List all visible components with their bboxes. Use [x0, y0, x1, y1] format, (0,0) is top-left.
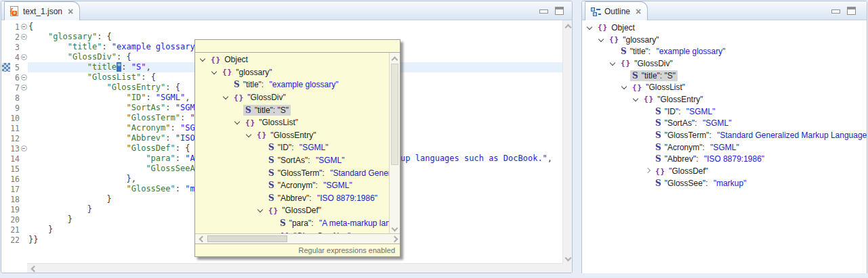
tree-row[interactable]: {}"GlossList" — [195, 116, 389, 129]
tree-node-content[interactable]: {}"GlossDef" — [266, 205, 323, 216]
tree-node-content[interactable]: S"SortAs": "SGML" — [266, 155, 346, 166]
tree-row[interactable]: {}"GlossEntry" — [195, 129, 389, 142]
scroll-up-icon[interactable] — [565, 23, 570, 28]
tree-row[interactable]: S"Abbrev": "ISO 8879:1986" — [195, 192, 389, 205]
chevron-down-icon[interactable] — [631, 95, 642, 104]
fold-collapse-icon[interactable] — [21, 85, 27, 91]
tree-node-content[interactable]: {}"GlossDiv" — [619, 58, 675, 69]
scrollbar-thumb[interactable] — [207, 235, 287, 242]
tree-row[interactable]: {}"GlossDef" — [582, 165, 867, 177]
scroll-down-icon[interactable] — [392, 226, 396, 231]
tree-row[interactable]: {}"GlossDiv" — [195, 91, 389, 104]
tree-row[interactable]: S"title": "S" — [582, 70, 867, 82]
tree-node-content[interactable]: S"Acronym": "SGML" — [266, 180, 354, 191]
tree-node-content[interactable]: S"title": "example glossary" — [232, 79, 340, 90]
tree-row[interactable]: S"title": "S" — [195, 103, 389, 116]
tree-node-content[interactable]: {}"GlossDiv" — [232, 92, 288, 103]
chevron-down-icon[interactable] — [619, 83, 630, 92]
tree-row[interactable]: S"GlossSee": "markup" — [582, 177, 867, 189]
tree-node-content[interactable]: {}"GlossEntry" — [642, 94, 705, 105]
tree-row[interactable]: S"title": "example glossary" — [195, 78, 389, 91]
chevron-down-icon[interactable] — [221, 93, 232, 102]
fold-collapse-icon[interactable] — [21, 34, 27, 40]
minimize-icon[interactable] — [539, 9, 548, 14]
tree-row[interactable]: {}"GlossEntry" — [582, 93, 867, 106]
tree-node-content[interactable]: {}"glossary" — [607, 34, 661, 45]
chevron-down-icon[interactable] — [244, 131, 255, 140]
tab-outline[interactable]: Outline × — [585, 1, 648, 20]
scroll-left-icon[interactable] — [30, 266, 35, 271]
tree-row[interactable]: S"para": "A meta-markup language, used t… — [195, 217, 389, 230]
scrollbar-thumb[interactable] — [391, 64, 398, 165]
tab-close-icon[interactable]: × — [68, 7, 73, 16]
tree-node-content[interactable]: S"Abbrev": "ISO 8879:1986" — [653, 154, 766, 164]
tree-node-content[interactable]: {}"glossary" — [220, 67, 274, 78]
fold-collapse-icon[interactable] — [21, 74, 27, 80]
chevron-down-icon[interactable] — [198, 55, 209, 64]
tree-row[interactable]: {}"glossary" — [195, 66, 389, 79]
scroll-up-icon[interactable] — [392, 55, 396, 60]
tree-row[interactable]: S"Acronym": "SGML" — [582, 141, 867, 154]
tree-node-content[interactable]: S"SortAs": "SGML" — [653, 118, 733, 129]
tree-row[interactable]: S"ID": "SGML" — [582, 106, 867, 118]
chevron-down-icon[interactable] — [596, 35, 607, 45]
tree-row[interactable]: S"SortAs": "SGML" — [582, 118, 867, 130]
tree-node-content[interactable]: {}"GlossList" — [630, 82, 687, 93]
scroll-right-icon[interactable] — [392, 236, 397, 241]
tree-node-content[interactable]: S"GlossTerm": "Standard Generalized Mark… — [266, 168, 389, 179]
fold-collapse-icon[interactable] — [21, 24, 27, 30]
tree-node-content[interactable]: S"ID": "SGML" — [266, 142, 330, 153]
tree-row[interactable]: S"title": "example glossary" — [582, 45, 867, 57]
maximize-icon[interactable] — [847, 7, 856, 15]
object-icon: {} — [598, 23, 608, 32]
tree-row[interactable]: {}"GlossDef" — [195, 204, 389, 217]
minimize-icon[interactable] — [831, 9, 840, 14]
tree-node-content[interactable]: {}"GlossDef" — [653, 166, 710, 177]
tree-node-content[interactable]: {}"GlossList" — [243, 117, 300, 128]
tree-node-content[interactable]: S"title": "example glossary" — [619, 46, 727, 57]
tab-text-1-json[interactable]: {0 text_1.json × — [4, 1, 80, 20]
tree-node-content[interactable]: S"Acronym": "SGML" — [653, 142, 741, 153]
tree-row[interactable]: {}Object — [582, 22, 867, 34]
tree-row[interactable]: S"Abbrev": "ISO 8879:1986" — [582, 154, 867, 166]
tree-row[interactable]: {}"GlossDiv" — [582, 57, 867, 70]
fold-collapse-icon[interactable] — [21, 54, 27, 60]
fold-collapse-icon[interactable] — [21, 145, 27, 152]
outline-tree[interactable]: {}Object{}"glossary"S"title": "example g… — [582, 20, 867, 276]
chevron-down-icon[interactable] — [209, 68, 220, 77]
tree-node-content[interactable]: S"Abbrev": "ISO 8879:1986" — [266, 193, 379, 204]
chevron-down-icon[interactable] — [255, 206, 266, 215]
tree-node-content[interactable]: S"GlossSee": "markup" — [653, 178, 748, 189]
tree-node-content[interactable]: S"ID": "SGML" — [653, 106, 717, 117]
chevron-down-icon[interactable] — [585, 23, 596, 32]
chevron-right-icon[interactable] — [642, 166, 653, 176]
tree-row[interactable]: S"GlossTerm": "Standard Generalized Mark… — [195, 166, 389, 179]
tree-node-content[interactable]: {}"GlossEntry" — [255, 130, 318, 141]
scroll-down-icon[interactable] — [565, 256, 570, 260]
tab-close-icon[interactable]: × — [636, 7, 641, 16]
chevron-down-icon[interactable] — [608, 59, 619, 68]
tree-node-content[interactable]: S"title": "S" — [630, 70, 678, 81]
tree-node-content[interactable]: S"title": "S" — [243, 105, 291, 116]
maximize-icon[interactable] — [555, 7, 564, 15]
code-line[interactable]: { — [28, 22, 562, 32]
tree-row[interactable]: {}Object — [195, 53, 389, 66]
scroll-left-icon[interactable] — [198, 236, 203, 241]
tree-row[interactable]: {}"glossary" — [582, 34, 867, 46]
tree-node-content[interactable]: {}Object — [209, 54, 250, 65]
popup-horizontal-scrollbar[interactable] — [195, 233, 400, 244]
tree-row[interactable]: S"SortAs": "SGML" — [195, 154, 389, 167]
popup-vertical-scrollbar[interactable] — [389, 53, 400, 233]
tree-row[interactable]: S"ID": "SGML" — [195, 141, 389, 154]
tree-row[interactable]: {}"GlossList" — [582, 81, 867, 93]
tree-node-content[interactable]: S"GlossTerm": "Standard Generalized Mark… — [653, 130, 867, 141]
popup-filter-input[interactable] — [195, 41, 400, 53]
editor-horizontal-scrollbar[interactable] — [27, 263, 562, 273]
tree-row[interactable]: S"Acronym": "SGML" — [195, 179, 389, 192]
popup-tree[interactable]: {}Object{}"glossary"S"title": "example g… — [195, 53, 389, 233]
chevron-down-icon[interactable] — [232, 118, 243, 127]
tree-row[interactable]: S"GlossTerm": "Standard Generalized Mark… — [582, 129, 867, 141]
tree-node-content[interactable]: {}Object — [596, 22, 637, 33]
tree-node-content[interactable]: S"para": "A meta-markup language, used t… — [278, 218, 389, 229]
editor-vertical-scrollbar[interactable] — [562, 20, 572, 263]
